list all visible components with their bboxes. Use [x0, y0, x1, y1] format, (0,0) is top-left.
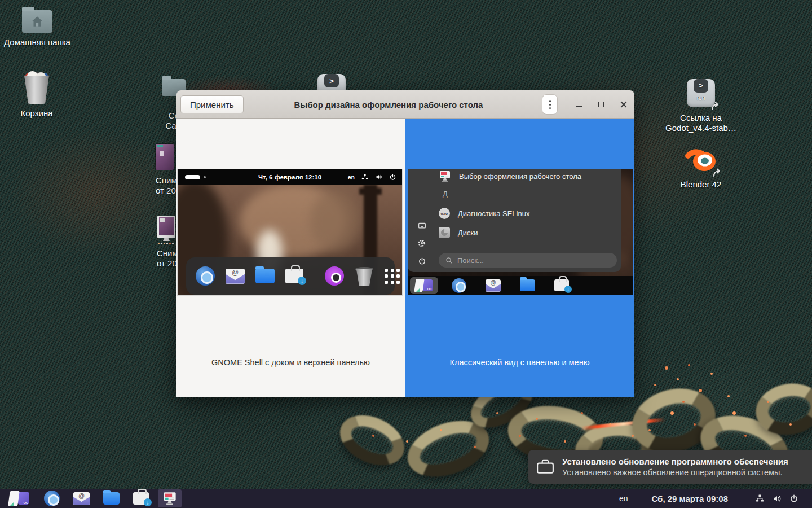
- window-titlebar[interactable]: Применить Выбор дизайна оформления рабоч…: [176, 90, 634, 119]
- drawer-icon: [417, 222, 427, 230]
- chromium-icon: [452, 278, 466, 293]
- design-chooser-window: Применить Выбор дизайна оформления рабоч…: [176, 90, 634, 397]
- knot-ring: [338, 405, 412, 475]
- classic-preview-image: Выбор оформления рабочего стола Д oxo Ди…: [408, 169, 633, 295]
- taskbar-files-button[interactable]: [103, 492, 120, 505]
- selinux-icon: oxo: [439, 208, 450, 219]
- window-title: Выбор дизайна оформления рабочего стола: [244, 90, 533, 119]
- files-icon: [255, 269, 275, 283]
- taskbar-store-button[interactable]: ↓: [133, 492, 149, 505]
- trash-icon: [23, 71, 50, 104]
- home-folder-icon: [22, 10, 52, 33]
- os-logo-icon: ос: [415, 279, 433, 292]
- gnome-option-caption: GNOME Shell с доком и верхней панелью: [176, 358, 405, 369]
- volume-icon[interactable]: [772, 494, 782, 503]
- download-badge-icon: ↓: [298, 277, 306, 285]
- taskbar: ос @ ↓ en Сб, 29 марта 09:08: [0, 489, 812, 508]
- menu-item-selinux: oxo Диагностика SELinux: [439, 208, 529, 219]
- app-grid-icon: [385, 269, 400, 284]
- screenshot-thumbnail: [156, 144, 174, 170]
- desktop-icon-blender[interactable]: Blender 42: [668, 147, 734, 190]
- power-icon: [389, 173, 396, 181]
- icon-label: Ссылка на: [680, 113, 722, 123]
- icon-label: Домашняя папка: [4, 37, 70, 47]
- software-update-icon: [536, 459, 554, 475]
- shortcut-arrow-emblem: [710, 102, 721, 111]
- screenshot-thumbnail: [157, 216, 176, 245]
- taskbar-active-window-button[interactable]: [158, 489, 182, 507]
- menu-item-disks: Диски: [439, 227, 478, 238]
- download-badge-icon: ↓: [144, 498, 152, 506]
- start-button[interactable]: ос: [9, 491, 29, 506]
- network-icon: [361, 173, 369, 181]
- disks-icon: [439, 227, 450, 238]
- menu-search-field: Поиск...: [439, 253, 617, 268]
- icon-label: Godot_v4.4-stab…: [665, 123, 736, 133]
- taskbar-chromium-button[interactable]: [44, 491, 60, 506]
- gear-icon: [417, 239, 426, 248]
- download-badge-icon: ↓: [564, 286, 572, 293]
- icon-label: Корзина: [20, 108, 52, 119]
- media-player-icon: [325, 266, 344, 286]
- menu-section-header: Д: [443, 190, 579, 198]
- chromium-icon: [196, 266, 215, 286]
- icon-label: Сним: [156, 176, 177, 186]
- maximize-button[interactable]: [593, 96, 610, 113]
- icon-label: Blender 42: [681, 179, 722, 190]
- preview-layout-indicator: en: [348, 174, 355, 181]
- option-classic[interactable]: Выбор оформления рабочего стола Д oxo Ди…: [405, 119, 634, 397]
- notification-body: Установлено важное обновление операционн…: [562, 467, 788, 478]
- preview-app-menu: Выбор оформления рабочего стола Д oxo Ди…: [408, 169, 621, 272]
- desktop-icon-godot-link[interactable]: > run Ссылка на Godot_v4.4-stab…: [664, 75, 738, 133]
- design-chooser-icon: [162, 492, 177, 506]
- close-button[interactable]: [615, 96, 632, 113]
- power-icon[interactable]: [789, 494, 798, 503]
- menu-kebab-button[interactable]: [542, 94, 558, 115]
- apply-button[interactable]: Применить: [180, 95, 244, 113]
- preview-taskbar: ос @ ↓: [408, 276, 633, 295]
- os-logo-icon: ос: [9, 491, 29, 506]
- mail-icon: @: [486, 279, 501, 292]
- menu-item-design-chooser: Выбор оформления рабочего стола: [439, 170, 581, 182]
- files-icon: [520, 279, 535, 291]
- trash-dock-icon: [355, 266, 374, 286]
- search-icon: [445, 257, 453, 264]
- volume-icon: [375, 173, 383, 181]
- network-icon[interactable]: [755, 494, 765, 503]
- software-store-icon: ↓: [285, 269, 303, 283]
- taskbar-mail-button[interactable]: @: [73, 492, 90, 505]
- desktop-icon-home[interactable]: Домашняя папка: [3, 6, 71, 47]
- desktop-icon-trash[interactable]: Корзина: [8, 71, 65, 119]
- software-store-icon: ↓: [554, 279, 569, 291]
- mail-icon: @: [226, 269, 245, 284]
- gnome-preview-image: Чт, 6 февраля 12:10 en: [178, 169, 402, 295]
- option-gnome-shell[interactable]: Чт, 6 февраля 12:10 en: [176, 119, 405, 397]
- house-icon: [30, 15, 45, 28]
- taskbar-clock[interactable]: Сб, 29 марта 09:08: [651, 494, 728, 503]
- preview-start-button: ос: [410, 277, 438, 294]
- update-notification[interactable]: Установлено обновление программного обес…: [528, 450, 812, 484]
- power-icon: [418, 257, 426, 265]
- preview-dock: @ ↓: [186, 257, 395, 295]
- notification-title: Установлено обновление программного обес…: [562, 456, 788, 467]
- design-chooser-icon: [439, 170, 451, 182]
- shortcut-arrow-emblem: [712, 168, 722, 177]
- classic-option-caption: Классический вид с панелью и меню: [405, 358, 634, 369]
- icon-label: Сним: [157, 248, 178, 259]
- keyboard-layout-indicator[interactable]: en: [619, 494, 628, 503]
- preview-top-bar: Чт, 6 февраля 12:10 en: [178, 169, 402, 185]
- minimize-button[interactable]: [570, 96, 587, 113]
